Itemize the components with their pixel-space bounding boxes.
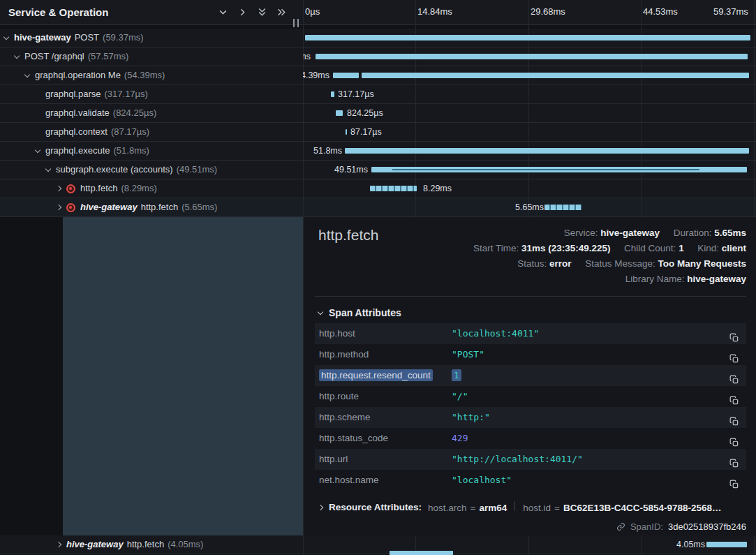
span-bar-partial[interactable]	[390, 551, 453, 555]
span-bar[interactable]	[305, 35, 750, 40]
attribute-row[interactable]: http.request.resend_count 1	[315, 365, 746, 386]
tree-row-http-fetch-1[interactable]: http.fetch(8.29ms) 8.29ms	[0, 179, 756, 198]
chevron-right-icon[interactable]	[237, 6, 249, 18]
attribute-row[interactable]: http.host "localhost:4011"	[315, 323, 746, 344]
chevron-down-icon[interactable]	[3, 34, 9, 40]
status-message-value: Too Many Requests	[658, 258, 746, 269]
attribute-row[interactable]: http.route "/"	[315, 386, 746, 407]
span-bar[interactable]	[316, 54, 748, 59]
duration-value: 5.65ms	[714, 228, 746, 238]
double-chevron-right-icon[interactable]	[276, 6, 288, 18]
copy-icon[interactable]	[729, 371, 739, 380]
span-bar[interactable]	[371, 167, 747, 172]
copy-icon[interactable]	[729, 329, 739, 339]
attribute-row[interactable]: http.method "POST"	[315, 344, 746, 365]
error-status-icon	[66, 203, 75, 212]
chevron-down-icon	[318, 309, 323, 314]
tree-row-graphql-operation[interactable]: graphql.operation Me(54.39ms) 54.39ms	[0, 66, 756, 85]
service-label: Service:	[564, 228, 598, 238]
tree-row-graphql-parse[interactable]: graphql.parse(317.17µs) 317.17µs	[0, 85, 756, 104]
attribute-row[interactable]: http.url "http://localhost:4011/"	[315, 449, 746, 470]
tree-row-post-graphql[interactable]: POST /graphql(57.57ms) 57.57ms	[0, 47, 756, 66]
status-value: error	[549, 258, 572, 269]
chevron-right-icon	[318, 504, 323, 510]
span-bar[interactable]	[346, 129, 347, 135]
chevron-right-icon[interactable]	[56, 205, 61, 210]
chevron-down-icon[interactable]	[24, 72, 30, 77]
resource-value: arm64	[479, 503, 507, 513]
resource-value: BC62E13B-C4CC-5854-9788-2568…	[563, 503, 722, 513]
trace-viewer: 0µs 14.84ms 29.68ms 44.53ms 59.37ms hive…	[0, 0, 756, 555]
copy-icon[interactable]	[729, 413, 739, 422]
attribute-key: net.host.name	[319, 470, 379, 491]
chevron-right-icon[interactable]	[56, 542, 61, 547]
tree-row-subgraph-execute[interactable]: subgraph.execute (accounts)(49.51ms) 49.…	[0, 161, 756, 179]
equals-sign: =	[470, 503, 476, 513]
span-service: hive-gateway	[80, 202, 138, 212]
span-attributes-toggle[interactable]: Span Attributes	[318, 307, 401, 318]
tree-header: Service & Operation	[0, 0, 303, 25]
copy-icon[interactable]	[729, 350, 739, 360]
span-bar[interactable]	[331, 91, 334, 97]
span-bar[interactable]	[336, 110, 343, 116]
span-attributes-table: http.host "localhost:4011" http.method "…	[315, 323, 746, 491]
link-icon[interactable]	[616, 522, 625, 531]
double-chevron-down-icon[interactable]	[256, 6, 268, 18]
tree-row-http-fetch-selected[interactable]: hive-gatewayhttp.fetch(5.65ms) 5.65ms	[0, 198, 756, 217]
attribute-value: "http:"	[452, 407, 490, 428]
span-duration: (87.17µs)	[111, 126, 149, 137]
kind-label: Kind:	[697, 243, 719, 253]
span-duration: (51.8ms)	[114, 145, 149, 156]
span-name: http.fetch	[80, 183, 117, 193]
selected-span-region	[63, 217, 303, 535]
span-name: graphql.operation Me	[35, 70, 121, 80]
span-bar[interactable]	[544, 205, 581, 210]
attribute-key: http.method	[319, 344, 369, 365]
duration-label: Duration:	[674, 228, 712, 238]
span-name: graphql.context	[45, 126, 108, 137]
resource-key: host.id	[523, 503, 551, 513]
detail-title: http.fetch	[318, 227, 378, 244]
bar-duration-label: 317.17µs	[338, 89, 374, 99]
span-bar[interactable]	[345, 148, 749, 154]
span-name: graphql.parse	[45, 89, 101, 99]
attribute-row[interactable]: http.scheme "http:"	[315, 407, 746, 428]
tree-row-hive-gateway-post[interactable]: hive-gatewayPOST(59.37ms)	[0, 29, 756, 47]
divider	[315, 296, 746, 297]
span-duration: (54.39ms)	[124, 70, 165, 80]
service-value: hive-gateway	[600, 228, 660, 238]
chevron-down-icon[interactable]	[14, 53, 20, 59]
span-name: http.fetch	[127, 539, 164, 549]
span-bar[interactable]	[362, 73, 749, 78]
span-duration: (824.25µs)	[113, 108, 156, 118]
copy-icon[interactable]	[729, 392, 739, 401]
tree-row-graphql-validate[interactable]: graphql.validate(824.25µs) 824.25µs	[0, 104, 756, 123]
chevron-down-icon[interactable]	[45, 166, 51, 172]
panel-resize-handle[interactable]	[293, 19, 299, 27]
chevron-down-icon[interactable]	[217, 6, 229, 18]
tree-row-http-fetch-2[interactable]: hive-gatewayhttp.fetch(4.05ms) 4.05ms	[0, 535, 756, 554]
time-tick: 0µs	[305, 6, 320, 17]
attribute-value: "/"	[452, 386, 468, 407]
copy-icon[interactable]	[729, 434, 739, 443]
start-time-label: Start Time:	[473, 243, 519, 253]
start-time-value: 31ms (23:35:49.225)	[521, 243, 611, 253]
span-bar[interactable]	[333, 73, 359, 78]
tree-row-graphql-context[interactable]: graphql.context(87.17µs) 87.17µs	[0, 123, 756, 142]
chevron-down-icon[interactable]	[35, 147, 40, 153]
tree-row-graphql-execute[interactable]: graphql.execute(51.8ms) 51.8ms	[0, 142, 756, 161]
bar-duration-label: 51.8ms	[313, 146, 342, 156]
attribute-row[interactable]: http.status_code 429	[315, 428, 746, 449]
span-duration: (49.51ms)	[177, 164, 218, 175]
attribute-row[interactable]: net.host.name "localhost"	[315, 470, 746, 491]
resource-attributes-toggle[interactable]: Resource Attributes: host.arch=arm64host…	[318, 501, 722, 513]
time-tick: 59.37ms	[713, 6, 748, 17]
span-bar[interactable]	[370, 186, 417, 191]
copy-icon[interactable]	[729, 454, 739, 464]
attribute-value: 429	[452, 428, 468, 449]
span-name: POST /graphql	[24, 51, 84, 61]
chevron-right-icon[interactable]	[56, 186, 61, 191]
span-bar[interactable]	[706, 542, 747, 547]
copy-icon[interactable]	[729, 475, 739, 485]
attribute-value: 1	[452, 365, 461, 386]
